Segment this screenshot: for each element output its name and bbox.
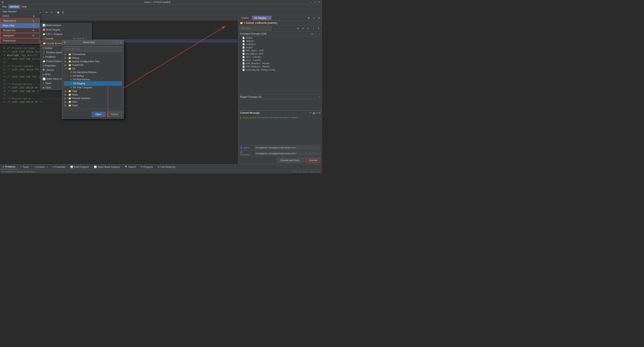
dialog-controls: ─ □ ✕: [112, 41, 122, 44]
dialog-body: ▶ 📁 Connections ▶ 📁 Debug ▶ 📁 Device Con…: [62, 45, 124, 110]
expand-icon: ▶: [65, 100, 68, 103]
folder-icon: 📁: [68, 108, 71, 108]
tree-git-reflog[interactable]: ⚙ Git Reflog: [64, 74, 122, 78]
folder-icon: 📁: [68, 97, 71, 100]
show-view-dialog: ⚙ Show View ─ □ ✕ ▶ 📁 Connections ▶ 📁 De…: [62, 40, 124, 119]
git-icon: ⚙: [70, 74, 72, 77]
folder-icon: 📁: [68, 60, 71, 63]
tree-connections[interactable]: ▶ 📁 Connections: [64, 52, 122, 56]
expand-icon: ▼: [65, 67, 68, 70]
expand-icon: ▶: [65, 53, 68, 56]
folder-icon: 📁: [68, 64, 71, 66]
tree-view[interactable]: ▶ 📁 Connections ▶ 📁 Debug ▶ 📁 Device Con…: [64, 52, 122, 108]
folder-icon: 📁: [68, 104, 71, 107]
dialog-title-bar: ⚙ Show View ─ □ ✕: [62, 40, 124, 45]
tree-threadx[interactable]: ▶ 📁 ThreadX: [64, 107, 122, 108]
expand-icon: ▶: [65, 104, 68, 107]
tree-git-staging[interactable]: ⚙ Git Staging: [64, 81, 122, 86]
folder-icon: 📁: [68, 93, 71, 96]
git-icon: ⚙: [70, 78, 72, 81]
dialog-maximize-btn[interactable]: □: [116, 41, 118, 44]
expand-icon: ▶: [65, 97, 68, 100]
tree-help[interactable]: ▶ 📁 Help: [64, 89, 122, 93]
dialog-title: Show View: [83, 41, 95, 44]
folder-icon: 📁: [68, 90, 71, 92]
dialog-filter-input[interactable]: [64, 46, 122, 51]
expand-icon: ▶: [65, 93, 68, 96]
git-icon: ⚙: [70, 71, 72, 74]
dialog-overlay: ⚙ Show View ─ □ ✕ ▶ 📁 Connections ▶ 📁 De…: [0, 0, 322, 174]
expand-icon: ▶: [65, 60, 68, 63]
expand-icon: ▶: [65, 90, 68, 92]
expand-icon: ▶: [65, 64, 68, 66]
dialog-icon: ⚙: [64, 41, 66, 44]
expand-icon: ▶: [65, 56, 68, 59]
tree-remote-systems[interactable]: ▶ 📁 Remote Systems: [64, 96, 122, 100]
folder-icon: 📁: [68, 53, 71, 56]
tree-git[interactable]: ▼ 📁 Git: [64, 67, 122, 70]
dialog-open-button[interactable]: Open: [92, 112, 106, 117]
dialog-close-btn[interactable]: ✕: [119, 41, 122, 44]
dialog-footer: Open Cancel: [62, 110, 124, 118]
folder-icon: 📁: [68, 100, 71, 103]
folder-icon: 📁: [68, 67, 71, 70]
tree-make[interactable]: ▶ 📁 Make: [64, 93, 122, 96]
dialog-cancel-button[interactable]: Cancel: [107, 112, 122, 117]
dialog-minimize-btn[interactable]: ─: [112, 41, 115, 44]
git-icon: ⚙: [70, 86, 72, 89]
folder-icon: 📁: [68, 56, 71, 59]
expand-icon: ▶: [65, 108, 68, 108]
tree-device-config[interactable]: ▶ 📁 Device Configuration Tool: [64, 60, 122, 63]
tree-git-tree-compare[interactable]: ⚙ Git Tree Compare: [64, 86, 122, 89]
tree-debug[interactable]: ▶ 📁 Debug: [64, 56, 122, 60]
git-icon: ⚙: [70, 82, 72, 85]
tree-git-interactive-rebase[interactable]: ⚙ Git Interactive Rebase: [64, 70, 122, 74]
tree-git-repositories[interactable]: ⚙ Git Repositories: [64, 78, 122, 81]
tree-team[interactable]: ▶ 📁 Team: [64, 104, 122, 107]
tree-swv[interactable]: ▶ 📁 SWV: [64, 100, 122, 104]
tree-freertos[interactable]: ▶ 📁 FreeRTOS: [64, 63, 122, 67]
